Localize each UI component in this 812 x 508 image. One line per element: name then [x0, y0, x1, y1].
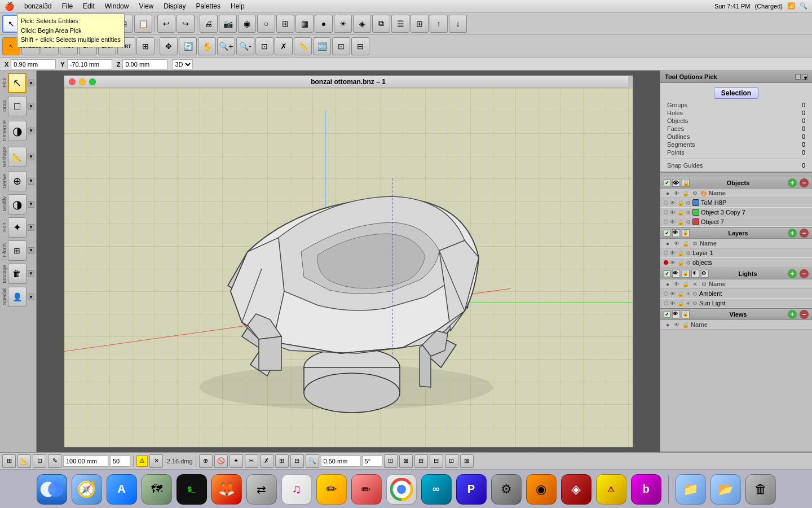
- layer1-gear[interactable]: ⚙: [686, 260, 691, 266]
- obj2-lock[interactable]: 🔒: [677, 219, 684, 225]
- z-input[interactable]: [122, 59, 167, 69]
- layers-panel-header[interactable]: ✓ 👁 🔒 Layers + −: [660, 227, 812, 239]
- bottom-tool1-btn[interactable]: ⊞: [2, 454, 16, 468]
- bottom-tool11-btn[interactable]: ⊡: [384, 454, 398, 468]
- edit-expand-btn[interactable]: ▼: [28, 224, 34, 231]
- zoom-out-btn[interactable]: 🔍-: [236, 37, 254, 55]
- wire-btn[interactable]: ⊞: [276, 15, 294, 33]
- bottom-tool3-btn[interactable]: ⊕: [199, 454, 213, 468]
- panel-collapse-btn[interactable]: [795, 74, 801, 80]
- measure-btn[interactable]: 📏: [294, 37, 312, 55]
- paste-btn[interactable]: 📋: [134, 15, 152, 33]
- obj2-eye[interactable]: 👁: [670, 219, 676, 225]
- dock-arduino[interactable]: ∞: [421, 474, 452, 505]
- menu-palettes[interactable]: Palettes: [192, 1, 225, 11]
- window-close-btn[interactable]: [69, 78, 76, 85]
- pick-expand-btn[interactable]: ▼: [28, 80, 34, 86]
- window-minimize-btn[interactable]: [79, 78, 86, 85]
- derive-expand-btn[interactable]: ▼: [28, 178, 34, 185]
- viewport-canvas[interactable]: [64, 88, 633, 448]
- lights-item-0[interactable]: 👁 🔒 ☀ ⚙ Ambient: [660, 289, 812, 299]
- dock-chrome[interactable]: [386, 474, 417, 505]
- warning-dismiss-btn[interactable]: ✕: [149, 454, 163, 468]
- objects-eye-icon[interactable]: 👁: [672, 179, 680, 187]
- annotation-btn[interactable]: 🔤: [313, 37, 331, 55]
- menu-file[interactable]: File: [58, 1, 77, 11]
- bottom-tool5-btn[interactable]: ✦: [230, 454, 243, 468]
- panel-options-btn[interactable]: ▼: [802, 74, 807, 80]
- objects-lock-icon[interactable]: 🔒: [682, 179, 690, 187]
- lights-panel-header[interactable]: ✓ 👁 🔒 ☀ ⚙ Lights + −: [660, 268, 812, 279]
- obj1-color[interactable]: [692, 209, 699, 216]
- apple-menu-icon[interactable]: 🍎: [5, 2, 14, 11]
- layers-delete-btn[interactable]: −: [800, 229, 809, 238]
- dock-abstract-app[interactable]: ◈: [561, 474, 592, 505]
- pan-btn[interactable]: ✋: [198, 37, 216, 55]
- dock-appstore[interactable]: A: [107, 474, 137, 505]
- views-visible-check[interactable]: ✓: [664, 311, 670, 318]
- objects-visible-check[interactable]: ✓: [664, 179, 670, 186]
- move-btn[interactable]: ✥: [160, 37, 178, 55]
- bottom-tool14-btn[interactable]: ⊟: [430, 454, 443, 468]
- light1-lock[interactable]: 🔒: [677, 300, 684, 306]
- draw-tool-btn[interactable]: □: [8, 96, 27, 116]
- bottom-tool4-btn[interactable]: 🚫: [214, 454, 228, 468]
- draw-expand-btn[interactable]: ▼: [28, 103, 34, 110]
- obj1-eye[interactable]: 👁: [670, 209, 676, 216]
- dock-folder-docs[interactable]: 📂: [710, 474, 741, 505]
- dock-safari[interactable]: 🧭: [72, 474, 102, 505]
- section-btn[interactable]: ✗: [275, 37, 293, 55]
- group-btn[interactable]: ⊞: [411, 15, 429, 33]
- objects-panel-header[interactable]: ✓ 👁 🔒 Objects + −: [660, 177, 812, 189]
- solid-btn[interactable]: ●: [315, 15, 333, 33]
- count-input[interactable]: [110, 456, 130, 467]
- bottom-tool16-btn[interactable]: ⊠: [460, 454, 474, 468]
- objects-add-btn[interactable]: +: [788, 178, 797, 187]
- bottom-tool2-btn[interactable]: 📐: [17, 454, 31, 468]
- layer0-gear[interactable]: ⚙: [686, 250, 691, 256]
- layers-item-0[interactable]: 👁 🔒 ⚙ Layer 1: [660, 248, 812, 258]
- grid-btn[interactable]: ⊞: [136, 37, 155, 55]
- objects-item-1[interactable]: 👁 🔒 ⚙ Object 3 Copy 7: [660, 208, 812, 217]
- lights-item-1[interactable]: 👁 🔒 ☀ ⚙ Sun Light: [660, 299, 812, 308]
- undo-btn[interactable]: ↩: [157, 15, 175, 33]
- search-icon[interactable]: 🔍: [800, 2, 807, 10]
- bottom-tool12-btn[interactable]: ⊠: [399, 454, 413, 468]
- spacing-input[interactable]: [321, 456, 360, 467]
- light0-gear[interactable]: ⚙: [692, 291, 698, 297]
- views-eye-icon[interactable]: 👁: [672, 310, 680, 318]
- edit-tool-btn[interactable]: ✦: [8, 217, 27, 238]
- redo-btn[interactable]: ↪: [176, 15, 195, 33]
- menu-help[interactable]: Help: [226, 1, 249, 11]
- objects-item-0[interactable]: 👁 🔒 ⚙ ToM H8P: [660, 198, 812, 208]
- menu-view[interactable]: View: [134, 1, 158, 11]
- views-panel-header[interactable]: ✓ 👁 🔒 Views + −: [660, 309, 812, 320]
- distribute-btn[interactable]: ⊟: [351, 37, 369, 55]
- bottom-tool7-btn[interactable]: ✗: [260, 454, 273, 468]
- light0-lock[interactable]: 🔒: [677, 291, 684, 297]
- tform-expand-btn[interactable]: ▼: [28, 247, 34, 254]
- obj0-color[interactable]: [692, 199, 699, 206]
- dock-finder[interactable]: [37, 474, 67, 505]
- light1-gear[interactable]: ⚙: [692, 300, 698, 306]
- bottom-tool9-btn[interactable]: ⊟: [290, 454, 304, 468]
- dock-processing[interactable]: P: [456, 474, 487, 505]
- generate-expand-btn[interactable]: ▼: [28, 128, 34, 134]
- zoom-in-btn[interactable]: 🔍+: [217, 37, 235, 55]
- layers-lock-icon[interactable]: 🔒: [682, 229, 690, 237]
- obj0-lock[interactable]: 🔒: [677, 200, 684, 206]
- bottom-grid-btn[interactable]: ⊡: [33, 454, 46, 468]
- layer0-eye[interactable]: 👁: [670, 250, 676, 256]
- tform-tool-btn[interactable]: ⊞: [8, 240, 27, 261]
- menu-app[interactable]: bonzai3d: [20, 1, 56, 11]
- dock-pencil[interactable]: ✏: [351, 474, 382, 505]
- lights-lock-icon[interactable]: 🔒: [682, 270, 690, 278]
- menu-window[interactable]: Window: [100, 1, 134, 11]
- views-delete-btn[interactable]: −: [800, 310, 809, 319]
- special-tool-btn[interactable]: 👤: [8, 287, 27, 307]
- layers-eye-icon[interactable]: 👁: [672, 229, 680, 237]
- layers-add-btn[interactable]: +: [788, 229, 797, 238]
- bottom-tool6-btn[interactable]: ✂: [245, 454, 258, 468]
- dock-trash-app[interactable]: 🗑: [745, 474, 776, 505]
- print-btn[interactable]: 🖨: [200, 15, 218, 33]
